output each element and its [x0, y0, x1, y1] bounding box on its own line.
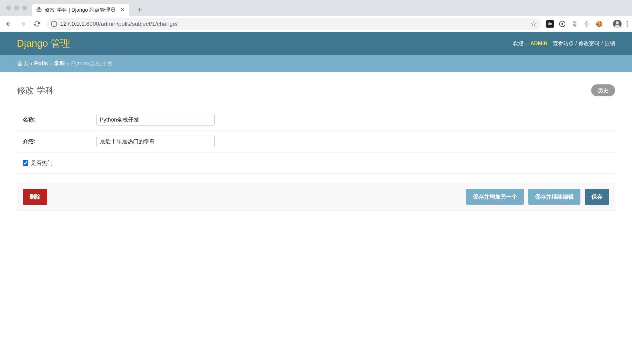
content-area: 修改 学科 历史 名称: 介绍: 是否热门 删除 保存并增加另一个 保存并继续编… [0, 72, 632, 223]
close-window-button[interactable] [6, 6, 11, 10]
breadcrumbs: 首页 › Polls › 学科 › Python全栈开发 [0, 55, 632, 72]
is-hot-label[interactable]: 是否热门 [31, 159, 53, 167]
site-branding[interactable]: Django 管理 [17, 37, 70, 50]
welcome-text: 欢迎， [513, 40, 529, 47]
breadcrumb-home[interactable]: 首页 [17, 60, 29, 68]
browser-toolbar: i 127.0.0.1:8000/admin/polls/subject/1/c… [0, 16, 632, 32]
form-module: 名称: 介绍: 是否热门 [17, 109, 615, 174]
globe-icon [36, 7, 42, 13]
form-row-hot: 是否热门 [17, 153, 615, 173]
submit-actions: 保存并增加另一个 保存并继续编辑 保存 [466, 189, 609, 205]
is-hot-checkbox[interactable] [23, 160, 28, 166]
minimize-window-button[interactable] [14, 6, 19, 10]
admin-header: Django 管理 欢迎， ADMIN. 查看站点 / 修改密码 / 注销 [0, 32, 632, 55]
save-button[interactable]: 保存 [585, 189, 609, 205]
reload-button[interactable] [33, 20, 41, 28]
toolbar-divider [608, 20, 608, 28]
name-input[interactable] [96, 114, 215, 126]
form-row-intro: 介绍: [17, 131, 615, 153]
save-add-another-button[interactable]: 保存并增加另一个 [466, 189, 524, 205]
intro-input[interactable] [96, 136, 215, 147]
cookie-extension-icon[interactable]: 🍪 [595, 20, 603, 28]
page-title: 修改 学科 [17, 85, 54, 96]
url-port: :8000 [84, 21, 99, 27]
circle-extension-icon[interactable] [559, 20, 566, 28]
user-tools: 欢迎， ADMIN. 查看站点 / 修改密码 / 注销 [513, 40, 615, 47]
back-button[interactable] [4, 20, 13, 28]
colorful-extension-icon[interactable] [583, 20, 591, 28]
delete-button[interactable]: 删除 [23, 189, 47, 205]
bookmark-star-icon[interactable]: ☆ [530, 20, 536, 28]
maximize-window-button[interactable] [22, 6, 27, 10]
logout-link[interactable]: 注销 [605, 40, 615, 47]
profile-avatar-icon[interactable] [613, 20, 622, 28]
intro-label: 介绍: [23, 138, 96, 145]
browser-menu-icon[interactable] [626, 21, 628, 27]
window-controls [4, 6, 29, 10]
browser-tab-strip: 修改 学科 | Django 站点管理员 ✕ ＋ [0, 0, 632, 16]
username: ADMIN [530, 41, 548, 47]
breadcrumb-app[interactable]: Polls [34, 60, 48, 67]
forward-button[interactable] [18, 20, 27, 28]
svg-point-2 [562, 23, 563, 25]
breadcrumb-current: Python全栈开发 [71, 60, 112, 68]
change-password-link[interactable]: 修改密码 [579, 40, 599, 47]
content-header: 修改 学科 历史 [17, 84, 615, 96]
close-tab-icon[interactable]: ✕ [120, 6, 125, 13]
address-bar[interactable]: i 127.0.0.1:8000/admin/polls/subject/1/c… [47, 18, 541, 30]
save-continue-button[interactable]: 保存并继续编辑 [528, 189, 580, 205]
browser-chrome: 修改 学科 | Django 站点管理员 ✕ ＋ i 127.0.0.1:800… [0, 0, 632, 32]
url-host: 127.0.0.1 [60, 21, 84, 27]
view-site-link[interactable]: 查看站点 [553, 40, 574, 47]
url-path: /admin/polls/subject/1/change/ [99, 21, 178, 27]
toolbar-extensions: Se Gitzip 🍪 [546, 20, 628, 28]
form-row-name: 名称: [17, 109, 615, 131]
selenium-extension-icon[interactable]: Se [546, 20, 554, 28]
submit-row: 删除 保存并增加另一个 保存并继续编辑 保存 [17, 183, 615, 211]
browser-tab[interactable]: 修改 学科 | Django 站点管理员 ✕ [32, 4, 129, 16]
url-text: 127.0.0.1:8000/admin/polls/subject/1/cha… [60, 21, 527, 27]
gitzip-extension-icon[interactable]: Gitzip [571, 20, 578, 28]
history-button[interactable]: 历史 [591, 84, 615, 96]
breadcrumb-model[interactable]: 学科 [54, 60, 65, 68]
tab-title: 修改 学科 | Django 站点管理员 [45, 6, 115, 14]
name-label: 名称: [23, 116, 96, 123]
new-tab-button[interactable]: ＋ [136, 5, 143, 14]
site-info-icon[interactable]: i [51, 21, 57, 27]
